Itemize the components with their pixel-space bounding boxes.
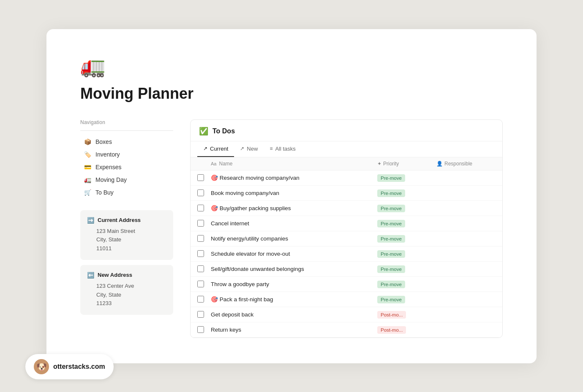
row-checkbox-2[interactable]	[197, 189, 204, 196]
current-address-line1: 123 Main Street	[87, 227, 166, 236]
sidebar-item-label-inventory: Inventory	[95, 151, 120, 158]
current-address-header: ➡️ Current Address	[87, 217, 166, 224]
content-layout: Navigation 📦 Boxes 🏷️ Inventory 💳 Expens…	[80, 119, 503, 338]
tab-new-icon: ↗	[240, 146, 244, 151]
row-checkbox-8[interactable]	[197, 281, 204, 287]
row-name-11: Return keys	[211, 327, 377, 333]
row-priority-6: Pre-move	[377, 250, 436, 258]
row-checkbox-11[interactable]	[197, 326, 204, 333]
table-header: Aa Name ✦ Priority 👤 Responsible	[191, 157, 502, 170]
row-priority-2: Pre-move	[377, 189, 436, 197]
sidebar-nav: 📦 Boxes 🏷️ Inventory 💳 Expenses 🚛 Moving…	[80, 136, 173, 198]
table-row: Sell/gift/donate unwanted belongings Pre…	[191, 262, 502, 277]
expenses-icon: 💳	[84, 164, 91, 170]
row-priority-5: Pre-move	[377, 235, 436, 243]
sidebar-item-label-to-buy: To Buy	[95, 189, 114, 196]
sidebar-item-expenses[interactable]: 💳 Expenses	[80, 161, 173, 173]
tab-all-tasks-label: All tasks	[275, 146, 295, 152]
col-name-label: Name	[219, 161, 232, 167]
row-checkbox-5[interactable]	[197, 235, 204, 242]
nav-label: Navigation	[80, 119, 173, 125]
col-priority-label: Priority	[383, 161, 399, 167]
row-priority-11: Post-mo...	[377, 326, 436, 334]
row-priority-8: Pre-move	[377, 280, 436, 288]
table-row: Return keys Post-mo...	[191, 322, 502, 338]
row-priority-1: Pre-move	[377, 174, 436, 182]
to-buy-icon: 🛒	[84, 189, 91, 196]
sidebar-item-moving-day[interactable]: 🚛 Moving Day	[80, 174, 173, 186]
tab-current-label: Current	[210, 146, 228, 152]
row-checkbox-7[interactable]	[197, 265, 204, 272]
boxes-icon: 📦	[84, 138, 91, 145]
row-checkbox-9[interactable]	[197, 296, 204, 303]
watermark: 🐶 otterstacks.com	[25, 354, 114, 379]
col-responsible: 👤 Responsible	[436, 161, 496, 167]
row-name-9: 🎯 Pack a first-night bag	[211, 296, 377, 303]
sidebar-divider	[80, 130, 173, 131]
row-name-8: Throw a goodbye party	[211, 281, 377, 287]
new-address-line2: City, State	[87, 291, 166, 300]
sidebar-item-label-expenses: Expenses	[95, 164, 121, 170]
col-name: Aa Name	[211, 161, 377, 167]
tab-current-icon: ↗	[203, 146, 207, 151]
row-checkbox-4[interactable]	[197, 220, 204, 227]
current-address-label: Current Address	[98, 217, 141, 223]
row-name-10: Get deposit back	[211, 311, 377, 318]
sidebar-item-to-buy[interactable]: 🛒 To Buy	[80, 187, 173, 198]
row-name-1: 🎯 Research moving company/van	[211, 174, 377, 181]
inventory-icon: 🏷️	[84, 151, 91, 158]
sidebar-item-label-moving-day: Moving Day	[95, 176, 127, 183]
table-row: Schedule elevator for move-out Pre-move	[191, 246, 502, 262]
row-checkbox-1[interactable]	[197, 174, 204, 181]
col-check	[197, 161, 211, 167]
watermark-text: otterstacks.com	[53, 363, 105, 370]
new-address-icon: ⬅️	[87, 272, 94, 278]
table-row: Get deposit back Post-mo...	[191, 307, 502, 322]
tab-all-tasks[interactable]: ≡ All tasks	[264, 141, 301, 157]
col-priority: ✦ Priority	[377, 161, 436, 167]
sidebar-item-boxes[interactable]: 📦 Boxes	[80, 136, 173, 148]
table-row: 🎯 Research moving company/van Pre-move	[191, 170, 502, 186]
tab-current[interactable]: ↗ Current	[197, 141, 234, 157]
main-content: ✅ To Dos ↗ Current ↗ New ≡ All task	[190, 119, 503, 338]
app-window: 🚛 Moving Planner Navigation 📦 Boxes 🏷️ I…	[46, 29, 537, 363]
col-name-prefix: Aa	[211, 161, 216, 166]
table-body: 🎯 Research moving company/van Pre-move B…	[191, 170, 502, 338]
sidebar-item-inventory[interactable]: 🏷️ Inventory	[80, 149, 173, 160]
row-name-3: 🎯 Buy/gather packing supplies	[211, 205, 377, 211]
todos-title-icon: ✅	[199, 127, 208, 136]
current-address-card: ➡️ Current Address 123 Main Street City,…	[80, 210, 173, 260]
table-row: 🎯 Buy/gather packing supplies Pre-move	[191, 201, 502, 216]
row-name-5: Notify energy/utility companies	[211, 235, 377, 242]
current-address-line2: City, State	[87, 235, 166, 244]
sidebar: Navigation 📦 Boxes 🏷️ Inventory 💳 Expens…	[80, 119, 173, 338]
row-name-4: Cancel internet	[211, 220, 377, 227]
todos-panel: ✅ To Dos ↗ Current ↗ New ≡ All task	[190, 119, 503, 338]
row-checkbox-10[interactable]	[197, 311, 204, 318]
new-address-line1: 123 Center Ave	[87, 282, 166, 291]
table-row: Notify energy/utility companies Pre-move	[191, 231, 502, 246]
new-address-line3: 11233	[87, 299, 166, 308]
moving-day-icon: 🚛	[84, 176, 91, 183]
table-row: Throw a goodbye party Pre-move	[191, 277, 502, 292]
current-address-line3: 11011	[87, 244, 166, 253]
tabs-row: ↗ Current ↗ New ≡ All tasks	[191, 141, 502, 157]
watermark-avatar: 🐶	[34, 359, 49, 374]
new-address-card: ⬅️ New Address 123 Center Ave City, Stat…	[80, 265, 173, 315]
row-priority-7: Pre-move	[377, 265, 436, 273]
todos-header: ✅ To Dos	[191, 120, 502, 141]
new-address-header: ⬅️ New Address	[87, 272, 166, 278]
col-priority-icon: ✦	[377, 161, 381, 167]
todos-title: To Dos	[212, 127, 235, 135]
col-responsible-icon: 👤	[436, 161, 443, 167]
row-priority-10: Post-mo...	[377, 311, 436, 319]
tab-new[interactable]: ↗ New	[234, 141, 264, 157]
row-priority-9: Pre-move	[377, 295, 436, 303]
row-priority-3: Pre-move	[377, 204, 436, 212]
tab-new-label: New	[247, 146, 258, 152]
row-checkbox-3[interactable]	[197, 205, 204, 211]
row-checkbox-6[interactable]	[197, 250, 204, 257]
address-cards: ➡️ Current Address 123 Main Street City,…	[80, 210, 173, 315]
row-priority-4: Pre-move	[377, 219, 436, 227]
table-row: 🎯 Pack a first-night bag Pre-move	[191, 292, 502, 307]
